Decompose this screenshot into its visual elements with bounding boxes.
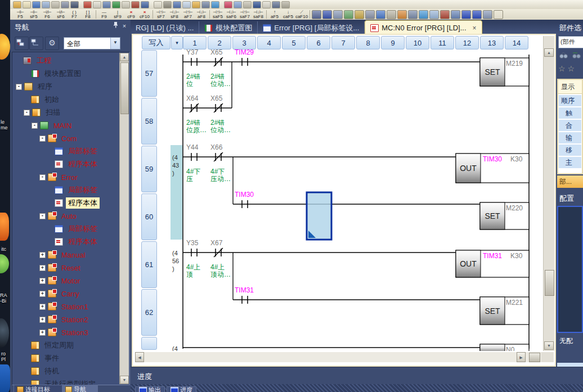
ladder-tool-F5[interactable]: ⊣⊢F5: [14, 10, 27, 20]
star-add-icon[interactable]: ☆: [567, 64, 575, 73]
tree-item-Auto[interactable]: -Auto: [39, 210, 79, 222]
desktop-icon[interactable]: [0, 254, 9, 273]
tree-item-待机[interactable]: 待机: [24, 365, 61, 377]
toolbar-icon[interactable]: [234, 1, 242, 8]
scroll-down-icon[interactable]: ▼: [544, 341, 554, 350]
toolbar-icon[interactable]: [70, 1, 79, 8]
tree-item-扫描[interactable]: -扫描: [24, 106, 62, 119]
ladder-tool-sF8[interactable]: ⊣↓⊢sF8: [168, 10, 181, 20]
tree-item-Station3[interactable]: +Station3: [39, 326, 91, 339]
expand-icon[interactable]: +: [39, 317, 46, 323]
tree-item-Station1[interactable]: +Station1: [39, 300, 91, 313]
toolbar-icon[interactable]: [376, 10, 385, 19]
ladder-tool-aF5[interactable]: ↑aF5: [268, 10, 281, 20]
toolbar-icon[interactable]: [253, 1, 261, 8]
document-tab[interactable]: Error [PRG] [局部标签设...: [258, 21, 365, 35]
toolbar-icon[interactable]: [201, 1, 210, 8]
ladder-tool-sF5[interactable]: ⊣⊢sF5: [27, 10, 41, 20]
bottom-tab-navigation[interactable]: 导航: [62, 385, 98, 392]
collapse-icon[interactable]: -: [39, 136, 46, 142]
tree-item-局部标签[interactable]: 局部标签: [47, 223, 100, 235]
tree-item-局部标签[interactable]: 局部标签: [47, 145, 100, 157]
ladder-tool-aF8[interactable]: ⊣↓⊢aF8: [195, 10, 208, 20]
tree-item-初始[interactable]: 初始: [24, 93, 61, 106]
tree-scrollbar[interactable]: ▲ ▼: [119, 53, 129, 384]
tree-item-工程[interactable]: 工程: [16, 55, 53, 67]
toolbar-icon[interactable]: [397, 10, 407, 19]
scroll-right-icon[interactable]: ▶: [517, 352, 526, 362]
collapse-icon[interactable]: -: [16, 84, 22, 90]
toolbar-icon[interactable]: [122, 1, 130, 8]
parts-category-顺序[interactable]: 顺序: [559, 95, 581, 106]
toolbar-icon[interactable]: [131, 1, 140, 8]
ladder-tool-F6[interactable]: ⊣/⊢F6: [41, 10, 54, 20]
ladder-vscrollbar[interactable]: ▲ ▼: [543, 36, 554, 351]
tree-item-程序[interactable]: -程序: [16, 80, 55, 93]
bottom-tab-output[interactable]: 输出: [135, 386, 165, 392]
ladder-tool-sF6[interactable]: ⊣/⊢sF6: [54, 10, 68, 20]
desktop-icon[interactable]: [0, 318, 9, 348]
toolbar-icon[interactable]: [192, 1, 200, 8]
toolbar-icon[interactable]: [365, 10, 375, 19]
document-tab[interactable]: 模块配置图: [199, 21, 258, 35]
ladder-tool-aF7[interactable]: ⊣↑⊢aF7: [181, 10, 195, 20]
toolbar-icon[interactable]: [262, 1, 271, 8]
tree-item-MAIN[interactable]: -MAIN: [32, 119, 74, 132]
scroll-left-icon[interactable]: ◀: [135, 352, 144, 362]
toolbar-icon[interactable]: [272, 1, 280, 8]
toolbar-icon[interactable]: [141, 1, 149, 8]
ladder-editor[interactable]: 写入 ▾ 1234567891011121314 575859606162 ▲ …: [132, 34, 556, 367]
toolbar-icon[interactable]: [32, 1, 41, 8]
collapse-icon[interactable]: -: [39, 174, 46, 181]
toolbar-icon[interactable]: [281, 1, 290, 8]
vscrollbar-thumb[interactable]: [545, 270, 554, 296]
scroll-down-icon[interactable]: ▼: [120, 376, 129, 384]
toolbar-icon[interactable]: [102, 1, 111, 8]
toolbar-icon[interactable]: [355, 10, 364, 19]
scroll-up-icon[interactable]: ▲: [120, 53, 129, 61]
ladder-tool-caF5[interactable]: ↓caF5: [281, 10, 295, 20]
ladder-tool-saF5[interactable]: ⊣↑⊢saF5: [211, 10, 225, 20]
toolbar-icon[interactable]: [333, 10, 343, 19]
toolbar-icon[interactable]: [408, 10, 418, 19]
tree-item-Reset[interactable]: +Reset: [39, 262, 83, 274]
tree-item-Manual[interactable]: +Manual: [39, 249, 88, 261]
ladder-tool-saF8[interactable]: ⊣↓⊢saF8: [252, 10, 265, 20]
toolbar-icon[interactable]: [461, 10, 471, 19]
tree-item-Error[interactable]: -Error: [39, 171, 80, 183]
ladder-tool-saF6[interactable]: ⊣↓⊢saF6: [225, 10, 238, 20]
toolbar-icon[interactable]: [429, 10, 439, 19]
bottom-tab-connection[interactable]: 连接目标: [14, 385, 65, 392]
toolbar-icon[interactable]: [83, 1, 92, 8]
toolbar-icon[interactable]: [387, 10, 396, 19]
expand-icon[interactable]: +: [39, 278, 46, 284]
toolbar-icon[interactable]: [451, 10, 460, 19]
tree-item-事件[interactable]: 事件: [24, 352, 61, 364]
parts-category-触[interactable]: 触: [559, 107, 581, 119]
tree-item-Motor[interactable]: +Motor: [39, 274, 82, 287]
ladder-tool-F7[interactable]: ( )F7: [68, 10, 81, 20]
expand-icon[interactable]: +: [39, 304, 46, 310]
tree-item-恒定周期[interactable]: 恒定周期: [24, 339, 76, 352]
document-tab[interactable]: RG] [LD] (只读) ...: [131, 21, 199, 35]
chevron-down-icon[interactable]: ▼: [110, 38, 120, 49]
collapse-icon[interactable]: -: [32, 123, 38, 129]
expand-icon[interactable]: +: [39, 252, 46, 258]
toolbar-icon[interactable]: [42, 1, 50, 8]
parts-panel-tab[interactable]: 部...: [557, 175, 583, 188]
parts-category-主[interactable]: 主: [559, 157, 581, 168]
parts-category-合[interactable]: 合: [559, 120, 581, 131]
bottom-tab-progress[interactable]: 进度: [167, 386, 196, 392]
close-icon[interactable]: ×: [473, 24, 477, 32]
toolbar-icon[interactable]: [440, 10, 450, 19]
ladder-tool-caF10[interactable]: ⟋caF10: [295, 10, 308, 20]
toolbar-icon[interactable]: [93, 1, 101, 8]
ladder-tool-F8[interactable]: [ ]F8: [81, 10, 95, 20]
toolbar-icon[interactable]: [224, 1, 232, 8]
collapse-icon[interactable]: -: [24, 110, 30, 116]
ladder-tool-sF9[interactable]: |sF9: [111, 10, 124, 20]
hscrollbar-thumb[interactable]: [529, 353, 540, 362]
expand-icon[interactable]: +: [39, 265, 46, 271]
toolbar-icon[interactable]: [472, 10, 482, 19]
toolbar-icon[interactable]: [322, 10, 332, 19]
